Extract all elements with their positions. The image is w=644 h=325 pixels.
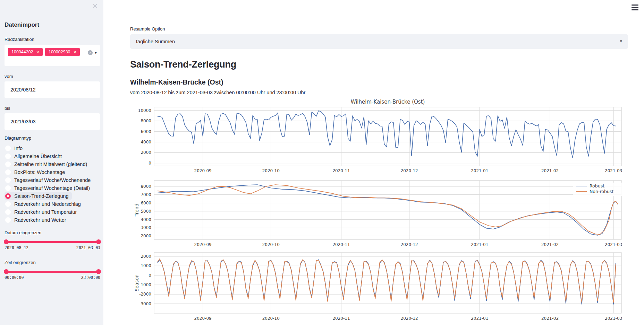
radio-option-boxplots-wochentage[interactable]: BoxPlots: Wochentage bbox=[5, 168, 68, 176]
radio-option-tagesverlauf-wochentage-detail-[interactable]: Tagesverlauf Wochentage (Detail) bbox=[5, 184, 93, 192]
svg-text:-1000: -1000 bbox=[139, 282, 151, 287]
radio-circle-icon[interactable] bbox=[5, 177, 11, 183]
main-content: Resample Option tägliche Summen ▾ Saison… bbox=[103, 0, 644, 325]
svg-text:2021-02: 2021-02 bbox=[541, 242, 559, 247]
svg-text:1000: 1000 bbox=[141, 263, 151, 268]
svg-text:2020-11: 2020-11 bbox=[332, 242, 350, 247]
station-multiselect[interactable]: 100044202✕100002930✕ ✕ ▾ bbox=[5, 45, 100, 66]
date-range-slider[interactable] bbox=[5, 239, 100, 244]
svg-text:2020-10: 2020-10 bbox=[262, 242, 280, 247]
slider-thumb-min[interactable] bbox=[4, 269, 9, 274]
date-to-label: bis bbox=[5, 106, 100, 111]
resample-label: Resample Option bbox=[130, 26, 628, 32]
svg-text:2020-11: 2020-11 bbox=[332, 168, 350, 173]
date-slider-values: 2020-08-12 2021-03-03 bbox=[5, 245, 100, 250]
svg-text:5000: 5000 bbox=[141, 209, 151, 214]
date-to-input[interactable]: 2021/03/03 bbox=[5, 113, 100, 130]
slider-track[interactable] bbox=[5, 271, 100, 273]
svg-text:2020-12: 2020-12 bbox=[401, 242, 418, 247]
station-heading: Wilhelm-Kaisen-Brücke (Ost) bbox=[130, 78, 628, 86]
radio-option-radverkehr-und-temperatur[interactable]: Radverkehr und Temperatur bbox=[5, 208, 80, 216]
radio-option-label: Info bbox=[14, 146, 23, 151]
page-title: Saison-Trend-Zerlegung bbox=[130, 59, 628, 70]
radio-option-label: Radverkehr und Temperatur bbox=[14, 209, 77, 215]
time-range-slider[interactable] bbox=[5, 269, 100, 274]
date-range-subtitle: vom 2020-08-12 bis zum 2021-03-03 zwisch… bbox=[130, 90, 628, 95]
radio-option-label: BoxPlots: Wochentage bbox=[14, 169, 65, 175]
radio-option-zeitreihe-mit-mittelwert-gleitend-[interactable]: Zeitreihe mit Mittelwert (gleitend) bbox=[5, 160, 90, 168]
date-slider-label: Datum eingrenzen bbox=[5, 230, 100, 235]
slider-thumb-max[interactable] bbox=[96, 239, 101, 244]
clear-all-icon[interactable]: ✕ bbox=[88, 50, 93, 55]
svg-text:Robust: Robust bbox=[590, 183, 604, 188]
radio-circle-icon[interactable] bbox=[5, 209, 11, 215]
sidebar-title: Datenimport bbox=[5, 21, 100, 28]
svg-text:4000: 4000 bbox=[141, 217, 151, 222]
radio-option-label: Radverkehr und Niederschlag bbox=[14, 201, 81, 207]
radio-circle-icon[interactable] bbox=[5, 185, 11, 191]
svg-text:10000: 10000 bbox=[138, 108, 151, 113]
radio-option-label: Saison-Trend-Zerlegung bbox=[14, 193, 69, 199]
svg-text:2020-09: 2020-09 bbox=[194, 168, 212, 173]
date-slider-min: 2020-08-12 bbox=[5, 245, 28, 250]
radio-circle-icon[interactable] bbox=[5, 169, 11, 175]
svg-text:2020-11: 2020-11 bbox=[332, 316, 350, 321]
svg-text:8000: 8000 bbox=[141, 118, 151, 123]
svg-text:2021-02: 2021-02 bbox=[541, 316, 559, 321]
svg-text:Wilhelm-Kaisen-Brücke (Ost): Wilhelm-Kaisen-Brücke (Ost) bbox=[351, 99, 425, 105]
menu-icon[interactable] bbox=[632, 5, 638, 12]
tag-remove-icon[interactable]: ✕ bbox=[36, 50, 39, 54]
radio-option-allgemeine-übersicht[interactable]: Allgemeine Übersicht bbox=[5, 152, 65, 160]
svg-text:2021-03: 2021-03 bbox=[605, 242, 622, 247]
station-tag[interactable]: 100044202✕ bbox=[8, 48, 43, 56]
svg-text:6000: 6000 bbox=[141, 129, 151, 134]
station-tag[interactable]: 100002930✕ bbox=[45, 48, 80, 56]
slider-thumb-min[interactable] bbox=[4, 239, 9, 244]
resample-select-value: tägliche Summen bbox=[136, 39, 175, 44]
radio-circle-icon[interactable] bbox=[5, 217, 11, 223]
time-slider-values: 00:00:00 23:00:00 bbox=[5, 275, 100, 280]
station-tags: 100044202✕100002930✕ bbox=[8, 48, 80, 56]
svg-text:4000: 4000 bbox=[141, 140, 151, 144]
svg-text:3000: 3000 bbox=[141, 225, 151, 230]
resample-select[interactable]: tägliche Summen ▾ bbox=[130, 34, 628, 49]
radio-circle-icon[interactable] bbox=[5, 153, 11, 159]
radio-option-label: Radverkehr und Wetter bbox=[14, 217, 66, 223]
radio-option-label: Tagesverlauf Woche/Wochenende bbox=[14, 177, 91, 183]
chevron-down-icon: ▾ bbox=[620, 38, 622, 44]
trend-chart: 20003000400050006000700080002020-092020-… bbox=[130, 178, 628, 249]
slider-thumb-max[interactable] bbox=[96, 269, 101, 274]
radio-option-info[interactable]: Info bbox=[5, 144, 26, 152]
radio-circle-icon[interactable] bbox=[5, 146, 11, 151]
radio-circle-icon[interactable] bbox=[5, 161, 11, 167]
date-from-label: vom bbox=[5, 74, 100, 79]
svg-text:7000: 7000 bbox=[141, 192, 151, 197]
slider-track[interactable] bbox=[5, 241, 100, 243]
svg-text:8000: 8000 bbox=[141, 184, 151, 189]
radio-option-radverkehr-und-niederschlag[interactable]: Radverkehr und Niederschlag bbox=[5, 200, 84, 208]
radio-option-radverkehr-und-wetter[interactable]: Radverkehr und Wetter bbox=[5, 216, 69, 224]
date-from-input[interactable]: 2020/08/12 bbox=[5, 81, 100, 98]
radio-option-label: Allgemeine Übersicht bbox=[14, 153, 62, 159]
radio-circle-icon[interactable] bbox=[5, 201, 11, 207]
radio-option-saison-trend-zerlegung[interactable]: Saison-Trend-Zerlegung bbox=[5, 192, 72, 200]
station-select-label: Radzählstation bbox=[5, 37, 100, 42]
station-tag-label: 100044202 bbox=[11, 50, 33, 54]
svg-text:6000: 6000 bbox=[141, 201, 151, 205]
radio-circle-icon[interactable] bbox=[5, 193, 11, 199]
season-chart: -3000-2000-10000100020002020-092020-1020… bbox=[130, 250, 628, 322]
svg-text:2020-09: 2020-09 bbox=[194, 242, 212, 247]
chart-type-label: Diagrammtyp bbox=[5, 135, 100, 141]
svg-text:2021-03: 2021-03 bbox=[605, 316, 622, 321]
chevron-down-icon[interactable]: ▾ bbox=[95, 50, 97, 55]
tag-remove-icon[interactable]: ✕ bbox=[74, 50, 76, 54]
stl-decomposition-figure: 02000400060008000100002020-092020-102020… bbox=[130, 98, 628, 322]
time-slider-max: 23:00:00 bbox=[81, 275, 100, 280]
multiselect-controls: ✕ ▾ bbox=[88, 50, 97, 55]
sidebar-close-icon[interactable]: ✕ bbox=[92, 3, 98, 9]
svg-text:2021-02: 2021-02 bbox=[541, 168, 559, 173]
radio-option-tagesverlauf-woche-wochenende[interactable]: Tagesverlauf Woche/Wochenende bbox=[5, 176, 94, 184]
svg-text:2000: 2000 bbox=[141, 234, 151, 238]
svg-text:2000: 2000 bbox=[141, 150, 151, 155]
observed-chart: 02000400060008000100002020-092020-102020… bbox=[130, 98, 628, 175]
